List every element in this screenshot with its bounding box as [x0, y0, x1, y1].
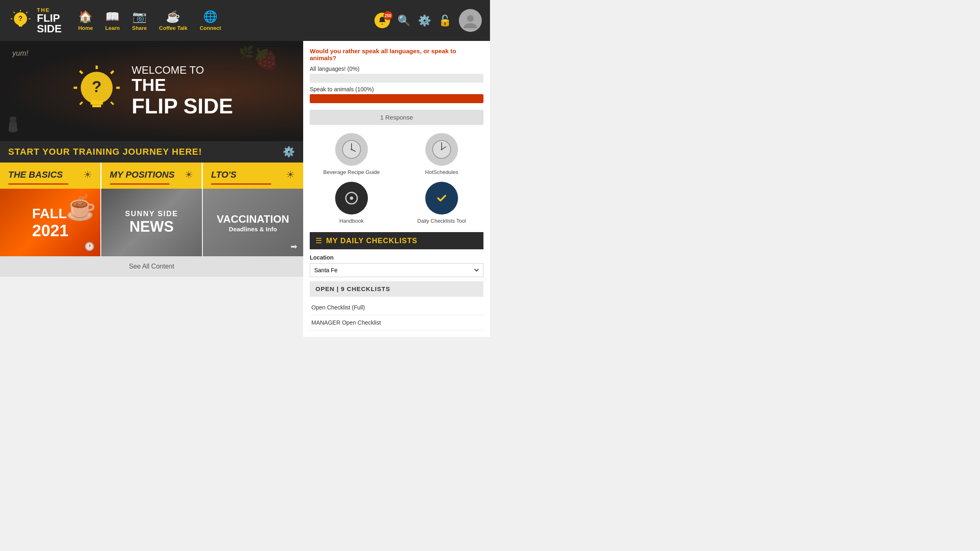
main-layout: yum! 🍓 🌿 🧂 ?	[0, 41, 490, 337]
training-gear-button[interactable]: ⚙️	[283, 146, 295, 158]
food-deco-2: 🌿	[239, 45, 254, 59]
share-icon: 📷	[132, 10, 147, 23]
hero-bulb-icon: ?	[70, 65, 123, 118]
handbook-label: Handbook	[339, 218, 363, 224]
ltos-underline	[211, 183, 271, 185]
hero-banner: yum! 🍓 🌿 🧂 ?	[0, 41, 303, 141]
logo-icon: ?	[8, 8, 33, 33]
main-nav: 🏠 Home 📖 Learn 📷 Share ☕ Coffee Talk 🌐 C…	[78, 10, 374, 31]
card-vacc-bg: VACCINATION Deadlines & Info	[203, 189, 303, 256]
quick-link-daily-checklists[interactable]: Daily Checklists Tool	[400, 182, 483, 224]
card-fall2021[interactable]: ☕ FALL 2021 🕐	[0, 189, 101, 256]
beverage-label: Beverage Recipe Guide	[323, 169, 380, 175]
card-fall-label: FALL	[32, 205, 68, 221]
nav-learn[interactable]: 📖 Learn	[105, 10, 120, 31]
svg-line-15	[111, 102, 114, 105]
hero-the: THE	[132, 76, 233, 95]
hero-yum: yum!	[12, 49, 28, 58]
logo-side: SIDE	[37, 23, 62, 34]
hero-content: ? WELCOME TO THE FLIP SIDE	[70, 64, 233, 118]
logout-icon: 🔓	[438, 14, 451, 27]
svg-point-20	[351, 149, 352, 150]
notification-button[interactable]: 250	[374, 13, 390, 28]
checklist-item-manager-open[interactable]: MANAGER Open Checklist	[310, 315, 483, 330]
svg-line-16	[80, 102, 83, 105]
logo-text: THE FLIP SIDE	[37, 7, 62, 34]
location-select[interactable]: Santa Fe Albuquerque Taos	[310, 263, 483, 277]
hero-flipside: FLIP SIDE	[132, 95, 233, 118]
nav-home-label: Home	[78, 25, 93, 31]
svg-line-12	[80, 71, 83, 74]
learn-icon: 📖	[105, 10, 120, 23]
category-basics[interactable]: THE BASICS ☀	[0, 163, 102, 189]
settings-button[interactable]: ⚙️	[418, 14, 431, 27]
nav-connect[interactable]: 🌐 Connect	[200, 10, 221, 31]
settings-icon: ⚙️	[418, 14, 431, 27]
card-fall-year: 2021	[32, 221, 68, 240]
category-positions[interactable]: MY POSITIONS ☀	[102, 163, 203, 189]
open-checklists-bar: OPEN | 9 CHECKLISTS	[310, 281, 483, 297]
poll-response-button[interactable]: 1 Response	[310, 110, 483, 125]
header-right: 250 🔍 ⚙️ 🔓	[374, 9, 482, 32]
see-all-bar[interactable]: See All Content	[0, 256, 303, 277]
poll-bar-2-fill	[310, 94, 483, 103]
daily-checklists-section: ☰ MY DAILY CHECKLISTS Location Santa Fe …	[310, 232, 483, 330]
logo-flip: FLIP	[37, 13, 62, 23]
card-vaccination[interactable]: VACCINATION Deadlines & Info ➡	[203, 189, 303, 256]
food-deco-3: 🧂	[4, 116, 22, 133]
svg-point-27	[350, 196, 353, 200]
quick-link-beverage[interactable]: Beverage Recipe Guide	[310, 133, 393, 175]
beverage-recipe-icon	[341, 139, 362, 160]
open-checklists-count: OPEN | 9 CHECKLISTS	[315, 285, 390, 292]
coffee-icon: ☕	[166, 10, 180, 23]
svg-line-4	[14, 12, 15, 13]
user-avatar[interactable]	[459, 9, 482, 32]
nav-coffee-label: Coffee Talk	[159, 25, 187, 31]
handbook-icon	[341, 188, 362, 208]
quick-link-hotschedules[interactable]: HotSchedules	[400, 133, 483, 175]
logo[interactable]: ? THE FLIP SIDE	[8, 7, 62, 34]
poll-option-2-label: Speak to animals (100%)	[310, 86, 483, 93]
search-button[interactable]: 🔍	[397, 14, 411, 27]
poll-option-2: Speak to animals (100%)	[310, 86, 483, 103]
svg-point-24	[441, 149, 442, 150]
hotschedules-icon-circle	[425, 133, 458, 166]
poll-question: Would you rather speak all languages, or…	[310, 47, 483, 61]
card-vacc-arrow-icon: ➡	[290, 242, 297, 251]
search-icon: 🔍	[397, 14, 411, 27]
nav-coffee-talk[interactable]: ☕ Coffee Talk	[159, 10, 187, 31]
category-ltos-label: LTO's	[211, 170, 236, 179]
quick-link-handbook[interactable]: Handbook	[310, 182, 393, 224]
daily-checklists-icon	[431, 188, 452, 208]
card-sunnyside[interactable]: SUNNY SIDE NEWS	[101, 189, 202, 256]
checklist-item-open-full[interactable]: Open Checklist (Full)	[310, 300, 483, 315]
svg-text:?: ?	[92, 78, 102, 95]
svg-text:?: ?	[18, 15, 23, 22]
beverage-icon-circle	[335, 133, 368, 166]
content-cards: ☕ FALL 2021 🕐 SUNNY SIDE NEWS	[0, 189, 303, 256]
card-sunny-line1: SUNNY SIDE	[125, 210, 178, 218]
hero-text: WELCOME TO THE FLIP SIDE	[132, 64, 233, 118]
notification-badge: 250	[383, 11, 392, 20]
nav-share[interactable]: 📷 Share	[132, 10, 147, 31]
left-content: yum! 🍓 🌿 🧂 ?	[0, 41, 303, 337]
card-vacc-line2: Deadlines & Info	[217, 226, 289, 233]
poll-option-1-label: All languages! (0%)	[310, 65, 483, 72]
hero-welcome: WELCOME TO	[132, 64, 233, 76]
svg-line-11	[111, 71, 114, 74]
connect-icon: 🌐	[203, 10, 218, 23]
checklist-list-icon: ☰	[315, 236, 322, 245]
nav-home[interactable]: 🏠 Home	[78, 10, 93, 31]
category-ltos[interactable]: LTO's ☀	[203, 163, 303, 189]
avatar-icon	[462, 12, 479, 29]
logout-button[interactable]: 🔓	[438, 14, 451, 27]
poll-bar-1-bg	[310, 74, 483, 83]
card-fall-clock-icon: 🕐	[84, 242, 95, 251]
handbook-icon-circle	[335, 182, 368, 215]
gear-icon: ⚙️	[283, 146, 295, 157]
main-header: ? THE FLIP SIDE 🏠 Home 📖 Learn 📷 Share ☕	[0, 0, 490, 41]
nav-learn-label: Learn	[105, 25, 120, 31]
card-sunny-line2: NEWS	[125, 218, 178, 235]
daily-checklists-icon-circle	[425, 182, 458, 215]
poll-bar-2-bg	[310, 94, 483, 103]
